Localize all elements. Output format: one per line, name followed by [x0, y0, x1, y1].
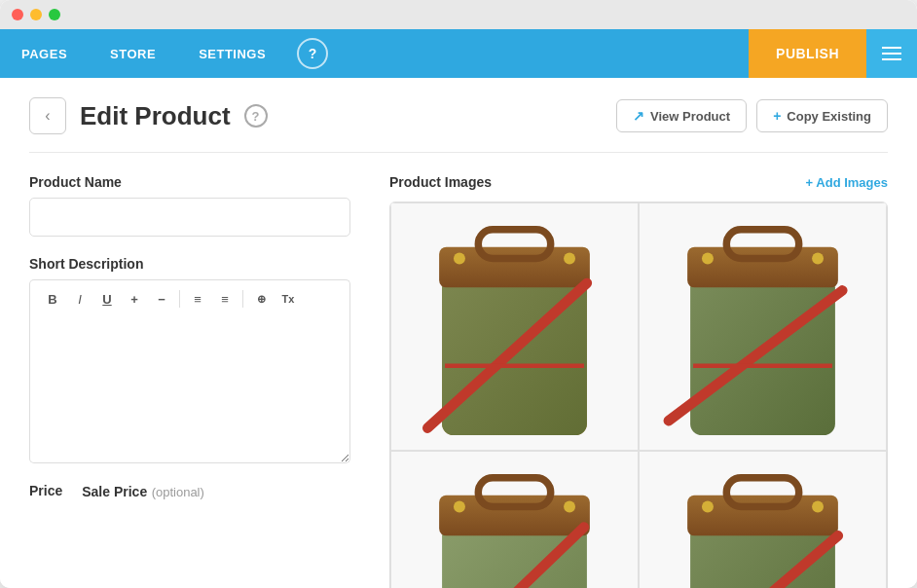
plus-button[interactable]: +: [122, 286, 147, 312]
italic-button[interactable]: I: [67, 286, 92, 312]
hamburger-icon: [882, 47, 901, 60]
add-images-button[interactable]: + Add Images: [806, 175, 888, 190]
link-button[interactable]: ⊕: [248, 286, 274, 312]
content-area: ‹ Edit Product ? ↗ View Product + Copy E…: [0, 78, 917, 588]
page-header: ‹ Edit Product ? ↗ View Product + Copy E…: [29, 97, 888, 134]
publish-button[interactable]: PUBLISH: [749, 29, 866, 78]
page-help-icon[interactable]: ?: [244, 104, 268, 128]
back-button[interactable]: ‹: [29, 97, 66, 134]
bold-button[interactable]: B: [40, 286, 65, 312]
short-description-textarea[interactable]: [29, 317, 350, 463]
price-label: Price: [29, 483, 62, 500]
svg-point-27: [702, 501, 714, 513]
app-window: PAGES STORE SETTINGS ? PUBLISH ‹ Edit Pr…: [0, 0, 917, 588]
sale-price-section: Sale Price (optional): [82, 483, 204, 500]
image-cell-1[interactable]: [390, 202, 639, 451]
help-icon[interactable]: ?: [297, 38, 328, 69]
view-product-button[interactable]: ↗ View Product: [616, 99, 747, 132]
minimize-button[interactable]: [30, 9, 42, 20]
short-description-label: Short Description: [29, 256, 350, 272]
image-cell-4[interactable]: [639, 451, 887, 588]
nav-item-store[interactable]: STORE: [89, 29, 177, 78]
copy-existing-icon: +: [773, 108, 781, 124]
view-product-icon: ↗: [633, 108, 644, 124]
svg-point-7: [564, 253, 575, 265]
navbar: PAGES STORE SETTINGS ? PUBLISH: [0, 29, 917, 78]
header-divider: [29, 152, 888, 153]
copy-existing-label: Copy Existing: [787, 109, 871, 124]
svg-rect-16: [439, 496, 590, 536]
images-title: Product Images: [389, 174, 492, 190]
image-cell-2[interactable]: [639, 202, 887, 451]
product-name-label: Product Name: [29, 174, 350, 190]
form-left: Product Name Short Description B I U + −…: [29, 174, 350, 588]
view-product-label: View Product: [650, 109, 730, 124]
ordered-list-button[interactable]: ≡: [212, 286, 238, 312]
svg-point-13: [702, 253, 714, 265]
form-layout: Product Name Short Description B I U + −…: [29, 174, 888, 588]
close-button[interactable]: [12, 9, 23, 20]
clear-format-button[interactable]: Tx: [275, 286, 301, 312]
images-header: Product Images + Add Images: [389, 174, 888, 190]
svg-rect-23: [687, 496, 838, 536]
image-cell-3[interactable]: [390, 451, 639, 588]
svg-point-14: [812, 253, 824, 265]
price-row: Price Sale Price (optional): [29, 483, 350, 500]
form-right: Product Images + Add Images: [389, 174, 888, 588]
toolbar-separator: [179, 290, 180, 308]
copy-existing-button[interactable]: + Copy Existing: [756, 99, 888, 132]
sale-price-label: Sale Price: [82, 484, 147, 499]
minus-button[interactable]: −: [149, 286, 174, 312]
title-bar: [0, 0, 917, 29]
nav-right: PUBLISH: [749, 29, 917, 78]
header-right: ↗ View Product + Copy Existing: [616, 99, 888, 132]
maximize-button[interactable]: [49, 9, 60, 20]
product-name-input[interactable]: [29, 198, 350, 237]
unordered-list-button[interactable]: ≡: [185, 286, 210, 312]
sale-price-optional: (optional): [152, 485, 204, 499]
images-grid: [390, 202, 887, 588]
nav-item-pages[interactable]: PAGES: [0, 29, 89, 78]
toolbar-separator-2: [242, 290, 243, 308]
svg-rect-9: [687, 247, 838, 288]
underline-button[interactable]: U: [94, 286, 120, 312]
svg-point-20: [454, 501, 465, 513]
rte-toolbar: B I U + − ≡ ≡ ⊕ Tx: [29, 279, 350, 317]
svg-point-21: [564, 501, 575, 513]
nav-items: PAGES STORE SETTINGS ?: [0, 29, 749, 78]
menu-button[interactable]: [866, 29, 917, 78]
header-left: ‹ Edit Product ?: [29, 97, 268, 134]
svg-rect-2: [439, 247, 590, 288]
svg-point-28: [812, 501, 824, 513]
images-grid-container: [389, 202, 888, 588]
nav-item-settings[interactable]: SETTINGS: [177, 29, 287, 78]
page-title: Edit Product: [80, 101, 231, 131]
svg-point-6: [454, 253, 465, 265]
